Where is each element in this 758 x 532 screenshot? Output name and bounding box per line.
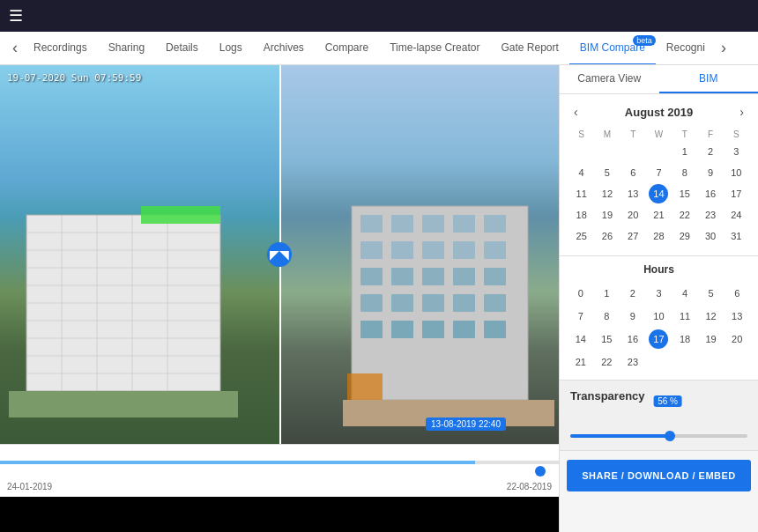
tab-gatereport[interactable]: Gate Report xyxy=(490,32,568,65)
cal-day-23[interactable]: 23 xyxy=(701,205,720,225)
cal-day-19[interactable]: 19 xyxy=(598,205,617,225)
hour-4[interactable]: 4 xyxy=(675,284,695,303)
camera-view-toggle[interactable]: Camera View xyxy=(560,65,659,93)
hour-3[interactable]: 3 xyxy=(649,284,668,303)
cal-day-5[interactable]: 5 xyxy=(598,163,617,182)
cal-day-1[interactable]: 1 xyxy=(675,142,695,161)
cal-day-22[interactable]: 22 xyxy=(675,205,695,225)
calendar-section: ‹ August 2019 › S M T W T F S xyxy=(560,94,758,256)
beta-badge: beta xyxy=(633,35,656,46)
timeline-dates: 24-01-2019 22-08-2019 xyxy=(0,482,559,491)
hour-15[interactable]: 15 xyxy=(597,329,616,349)
hour-5[interactable]: 5 xyxy=(702,284,721,303)
hour-22[interactable]: 22 xyxy=(597,352,616,372)
cal-day-29[interactable]: 29 xyxy=(675,226,695,246)
cal-day-15[interactable]: 15 xyxy=(675,184,695,203)
cal-week-1: 1 2 3 xyxy=(568,141,749,162)
tab-archives[interactable]: Archives xyxy=(253,32,315,65)
hour-0[interactable]: 0 xyxy=(571,284,591,303)
hour-18[interactable]: 18 xyxy=(675,329,695,349)
svg-rect-15 xyxy=(9,391,238,417)
tab-bimcompare[interactable]: beta BIM Compare xyxy=(569,32,656,65)
nav-next-arrow[interactable]: › xyxy=(716,39,732,57)
view-toggle: Camera View BIM xyxy=(560,65,758,94)
hour-12[interactable]: 12 xyxy=(702,307,721,326)
svg-rect-23 xyxy=(391,241,413,259)
timeline-filled xyxy=(0,461,475,464)
cal-day-8[interactable]: 8 xyxy=(675,163,695,182)
tab-recordings[interactable]: Recordings xyxy=(23,32,98,65)
menu-icon[interactable]: ☰ xyxy=(9,6,23,26)
slider-value-label: 56 % xyxy=(653,395,682,407)
hour-8[interactable]: 8 xyxy=(597,307,616,326)
cal-day-20[interactable]: 20 xyxy=(623,205,643,225)
hour-2[interactable]: 2 xyxy=(623,284,643,303)
hour-14[interactable]: 14 xyxy=(571,329,591,349)
right-panel: Camera View BIM ‹ August 2019 › S M T W … xyxy=(559,65,758,532)
svg-rect-24 xyxy=(422,241,444,259)
cal-week-2: 4 5 6 7 8 9 10 xyxy=(568,162,749,183)
hour-6[interactable]: 6 xyxy=(727,284,747,303)
cal-prev-btn[interactable]: ‹ xyxy=(568,103,583,121)
cal-day-14[interactable]: 14 xyxy=(649,184,668,203)
hour-20[interactable]: 20 xyxy=(727,329,747,349)
cal-day-21[interactable]: 21 xyxy=(649,205,668,225)
svg-rect-33 xyxy=(391,294,413,312)
hour-17[interactable]: 17 xyxy=(649,329,668,349)
hour-7[interactable]: 7 xyxy=(571,307,591,326)
camera-left: 19-07-2020 Sun 07:59:59 xyxy=(0,65,279,444)
cal-next-btn[interactable]: › xyxy=(734,103,749,121)
tab-timelapse[interactable]: Time-lapse Creator xyxy=(379,32,490,65)
cal-day-30[interactable]: 30 xyxy=(701,226,720,246)
hour-16[interactable]: 16 xyxy=(623,329,643,349)
nav-tabs: ‹ Recordings Sharing Details Logs Archiv… xyxy=(0,32,758,65)
hour-13[interactable]: 13 xyxy=(727,307,747,326)
hour-10[interactable]: 10 xyxy=(649,307,668,326)
share-download-embed-button[interactable]: SHARE / DOWNLOAD / EMBED xyxy=(567,460,751,491)
bim-view-toggle[interactable]: BIM xyxy=(659,65,759,93)
timeline-thumb[interactable] xyxy=(535,466,546,477)
nav-prev-arrow[interactable]: ‹ xyxy=(7,39,23,57)
slider-track[interactable] xyxy=(570,434,747,438)
svg-rect-37 xyxy=(360,321,383,338)
divider-handle[interactable]: ◤◥ xyxy=(267,242,292,267)
cal-day-25[interactable]: 25 xyxy=(572,226,591,246)
cal-day-18[interactable]: 18 xyxy=(572,205,591,225)
timestamp: 19-07-2020 Sun 07:59:59 xyxy=(7,72,141,84)
hour-11[interactable]: 11 xyxy=(675,307,695,326)
cal-day-2[interactable]: 2 xyxy=(701,142,720,161)
svg-rect-29 xyxy=(422,268,444,285)
cal-day-12[interactable]: 12 xyxy=(598,184,617,203)
tab-sharing[interactable]: Sharing xyxy=(98,32,155,65)
cal-day-24[interactable]: 24 xyxy=(726,205,746,225)
cal-day-10[interactable]: 10 xyxy=(726,163,746,182)
cal-day-3[interactable]: 3 xyxy=(726,142,746,161)
hour-9[interactable]: 9 xyxy=(623,307,643,326)
calendar-grid: S M T W T F S 1 2 3 xyxy=(568,128,749,247)
camera-area: 19-07-2020 Sun 07:59:59 xyxy=(0,65,559,532)
cal-day-11[interactable]: 11 xyxy=(572,184,591,203)
cal-day-4[interactable]: 4 xyxy=(572,163,591,182)
hour-21[interactable]: 21 xyxy=(571,352,591,372)
slider-thumb[interactable] xyxy=(665,431,675,441)
svg-rect-28 xyxy=(391,268,413,285)
cal-day-26[interactable]: 26 xyxy=(598,226,617,246)
timeline-area[interactable]: 24-01-2019 22-08-2019 xyxy=(0,444,559,497)
cal-day-27[interactable]: 27 xyxy=(623,226,643,246)
cal-day-13[interactable]: 13 xyxy=(623,184,643,203)
cal-day-28[interactable]: 28 xyxy=(649,226,668,246)
tab-logs[interactable]: Logs xyxy=(209,32,253,65)
cal-day-6[interactable]: 6 xyxy=(623,163,643,182)
tab-compare[interactable]: Compare xyxy=(315,32,379,65)
cal-day-31[interactable]: 31 xyxy=(726,226,746,246)
hour-19[interactable]: 19 xyxy=(702,329,721,349)
svg-rect-17 xyxy=(360,215,383,233)
cal-day-9[interactable]: 9 xyxy=(701,163,720,182)
hour-1[interactable]: 1 xyxy=(597,284,616,303)
cal-day-16[interactable]: 16 xyxy=(701,184,720,203)
cal-day-7[interactable]: 7 xyxy=(649,163,668,182)
cal-day-17[interactable]: 17 xyxy=(726,184,746,203)
tab-details[interactable]: Details xyxy=(155,32,209,65)
hour-23[interactable]: 23 xyxy=(623,352,643,372)
tab-recogni[interactable]: Recogni xyxy=(656,32,716,65)
